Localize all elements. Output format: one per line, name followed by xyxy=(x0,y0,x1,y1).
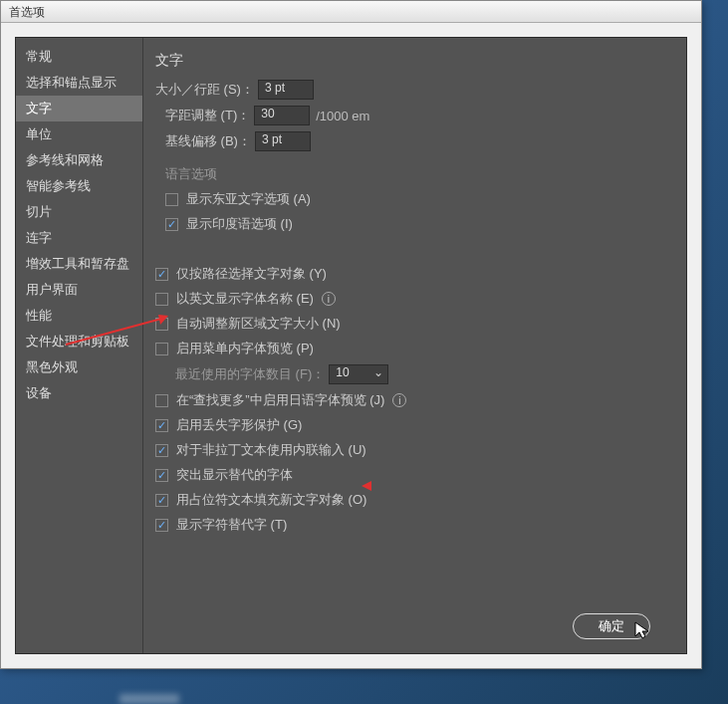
opt2-row-4: 用占位符文本填充新文字对象 (O) xyxy=(155,491,674,509)
lang-opt-row-0: 显示东亚文字选项 (A) xyxy=(165,190,674,208)
opt1-label-0: 仅按路径选择文字对象 (Y) xyxy=(176,265,327,283)
recent-fonts-row: 最近使用的字体数目 (F)： 10 xyxy=(175,364,674,384)
titlebar: 首选项 xyxy=(1,1,701,23)
opt2-label-3: 突出显示替代的字体 xyxy=(176,466,293,484)
opt2-checkbox-2[interactable] xyxy=(155,444,168,457)
opt2-checkbox-0[interactable] xyxy=(155,394,168,407)
tracking-label: 字距调整 (T)： xyxy=(165,107,250,124)
sidebar-item-11[interactable]: 文件处理和剪贴板 xyxy=(16,329,142,354)
lang-opt-label-0: 显示东亚文字选项 (A) xyxy=(186,190,311,208)
opt2-label-0: 在“查找更多”中启用日语字体预览 (J) xyxy=(176,391,384,409)
baseline-row: 基线偏移 (B)： 3 pt xyxy=(165,131,674,151)
language-options-header: 语言选项 xyxy=(165,165,674,183)
size-leading-input[interactable]: 3 pt xyxy=(258,80,314,100)
pane-title: 文字 xyxy=(155,52,674,70)
sidebar-item-9[interactable]: 用户界面 xyxy=(16,277,142,303)
opt1-checkbox-1[interactable] xyxy=(155,293,168,306)
type-pane: 文字 大小／行距 (S)： 3 pt 字距调整 (T)： 30 /1000 em… xyxy=(155,52,674,639)
size-leading-label: 大小／行距 (S)： xyxy=(155,81,254,99)
opt2-row-0: 在“查找更多”中启用日语字体预览 (J)i xyxy=(155,391,674,409)
info-icon[interactable]: i xyxy=(322,292,336,306)
opt2-row-1: 启用丢失字形保护 (G) xyxy=(155,416,674,434)
opt2-checkbox-4[interactable] xyxy=(155,494,168,507)
recent-fonts-label: 最近使用的字体数目 (F)： xyxy=(175,365,325,383)
opt1-row-0: 仅按路径选择文字对象 (Y) xyxy=(155,265,674,283)
window-title: 首选项 xyxy=(9,5,45,19)
opt2-label-2: 对于非拉丁文本使用内联输入 (U) xyxy=(176,441,366,459)
opt1-row-1: 以英文显示字体名称 (E)i xyxy=(155,290,674,308)
opt1-label-3: 启用菜单内字体预览 (P) xyxy=(176,340,314,357)
opt1-label-2: 自动调整新区域文字大小 (N) xyxy=(176,315,341,333)
baseline-input[interactable]: 3 pt xyxy=(255,131,311,151)
sidebar-item-1[interactable]: 选择和锚点显示 xyxy=(16,70,142,96)
sidebar-item-12[interactable]: 黑色外观 xyxy=(16,354,142,380)
opt2-label-5: 显示字符替代字 (T) xyxy=(176,516,287,534)
sidebar-item-3[interactable]: 单位 xyxy=(16,121,142,147)
tracking-unit: /1000 em xyxy=(316,109,369,123)
info-icon[interactable]: i xyxy=(392,393,406,407)
baseline-label: 基线偏移 (B)： xyxy=(165,132,251,150)
sidebar-item-2[interactable]: 文字 xyxy=(16,96,142,121)
lang-opt-row-1: 显示印度语选项 (I) xyxy=(165,215,674,233)
ok-button-label: 确定 xyxy=(599,617,624,635)
sidebar-item-13[interactable]: 设备 xyxy=(16,380,142,406)
opt1-label-1: 以英文显示字体名称 (E) xyxy=(176,290,314,308)
lang-opt-label-1: 显示印度语选项 (I) xyxy=(186,215,293,233)
sidebar-item-5[interactable]: 智能参考线 xyxy=(16,173,142,199)
lang-opt-checkbox-0[interactable] xyxy=(165,193,178,206)
opt2-checkbox-3[interactable] xyxy=(155,469,168,482)
sidebar: 常规选择和锚点显示文字单位参考线和网格智能参考线切片连字增效工具和暂存盘用户界面… xyxy=(16,38,143,653)
sidebar-item-6[interactable]: 切片 xyxy=(16,199,142,225)
opt2-label-4: 用占位符文本填充新文字对象 (O) xyxy=(176,491,366,509)
sidebar-item-10[interactable]: 性能 xyxy=(16,303,142,329)
sidebar-item-7[interactable]: 连字 xyxy=(16,225,142,251)
opt2-checkbox-1[interactable] xyxy=(155,419,168,432)
opt2-label-1: 启用丢失字形保护 (G) xyxy=(176,416,302,434)
preferences-window: 首选项 常规选择和锚点显示文字单位参考线和网格智能参考线切片连字增效工具和暂存盘… xyxy=(0,0,702,669)
opt1-checkbox-0[interactable] xyxy=(155,268,168,281)
opt2-row-5: 显示字符替代字 (T) xyxy=(155,516,674,534)
opt2-row-3: 突出显示替代的字体 xyxy=(155,466,674,484)
tracking-row: 字距调整 (T)： 30 /1000 em xyxy=(165,106,674,125)
size-leading-row: 大小／行距 (S)： 3 pt xyxy=(155,80,674,100)
ok-button[interactable]: 确定 xyxy=(573,613,650,639)
sidebar-item-0[interactable]: 常规 xyxy=(16,44,142,70)
sidebar-item-4[interactable]: 参考线和网格 xyxy=(16,147,142,173)
lang-opt-checkbox-1[interactable] xyxy=(165,218,178,231)
dialog-body: 常规选择和锚点显示文字单位参考线和网格智能参考线切片连字增效工具和暂存盘用户界面… xyxy=(15,37,687,654)
opt2-checkbox-5[interactable] xyxy=(155,519,168,532)
opt1-row-3: 启用菜单内字体预览 (P) xyxy=(155,340,674,357)
opt1-checkbox-2[interactable] xyxy=(155,318,168,331)
tracking-input[interactable]: 30 xyxy=(254,106,310,125)
recent-fonts-select[interactable]: 10 xyxy=(329,364,388,384)
opt1-row-2: 自动调整新区域文字大小 (N) xyxy=(155,315,674,333)
opt2-row-2: 对于非拉丁文本使用内联输入 (U) xyxy=(155,441,674,459)
sidebar-item-8[interactable]: 增效工具和暂存盘 xyxy=(16,251,142,277)
opt1-checkbox-3[interactable] xyxy=(155,343,168,355)
